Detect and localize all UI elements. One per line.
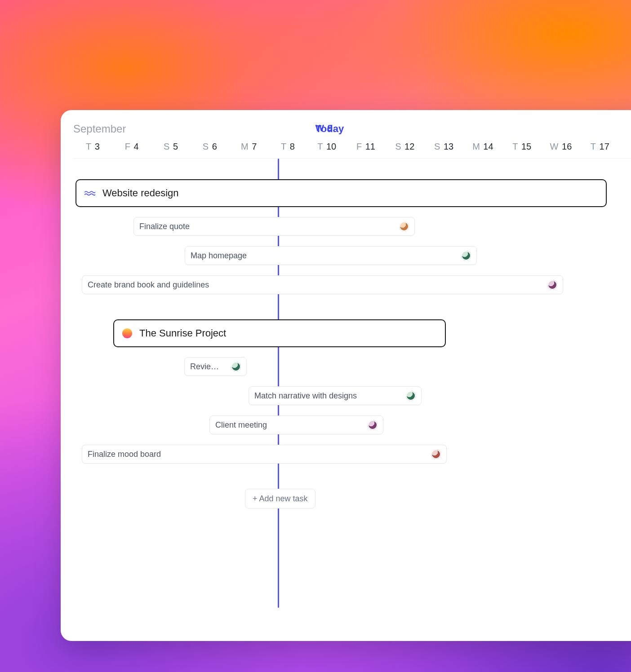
- day-letter: T: [281, 141, 286, 151]
- day-column[interactable]: F 11: [347, 141, 386, 152]
- day-column[interactable]: T 10: [307, 141, 347, 152]
- day-number: 3: [95, 141, 100, 151]
- sun-icon: [122, 328, 132, 338]
- day-letter: M: [472, 141, 480, 151]
- day-number: 7: [252, 141, 257, 151]
- day-letter: S: [434, 141, 440, 151]
- day-letter: W: [550, 141, 559, 151]
- day-column[interactable]: M 7: [229, 141, 268, 152]
- day-letter: S: [203, 141, 209, 151]
- day-column[interactable]: W 16: [542, 141, 581, 152]
- task-label: Create brand book and guidelines: [88, 280, 544, 290]
- day-column[interactable]: S 5: [151, 141, 191, 152]
- day-letter: T: [591, 141, 596, 151]
- day-number: 10: [326, 141, 336, 151]
- day-column[interactable]: S 13: [424, 141, 463, 152]
- task-label: Revie…: [190, 362, 227, 371]
- month-label: September: [73, 123, 631, 135]
- day-number: 16: [562, 141, 572, 151]
- task-label: Map homepage: [191, 251, 458, 261]
- task-label: Finalize quote: [139, 222, 395, 231]
- day-column[interactable]: S 6: [190, 141, 229, 152]
- timeline-header: September Today T 3F 4S 5S 6M 7T 8W 9T 1…: [61, 110, 631, 159]
- add-task-button[interactable]: + Add new task: [245, 489, 316, 508]
- day-number: 11: [365, 141, 375, 151]
- day-number: 13: [444, 141, 453, 151]
- wave-icon: [84, 190, 95, 196]
- task-label: Match narrative with designs: [254, 391, 402, 401]
- day-column[interactable]: T 15: [502, 141, 542, 152]
- day-number: 8: [290, 141, 295, 151]
- task-finalize-mood-board[interactable]: Finalize mood board: [82, 445, 447, 464]
- day-letter: T: [86, 141, 91, 151]
- day-number: 12: [404, 141, 414, 151]
- day-letter: T: [512, 141, 518, 151]
- day-number: 9: [327, 123, 332, 133]
- day-column[interactable]: T 3: [73, 141, 112, 152]
- day-number: 4: [134, 141, 139, 151]
- day-column[interactable]: T 17: [580, 141, 619, 152]
- day-letter: F: [356, 141, 362, 151]
- avatar: [431, 449, 441, 459]
- day-number: 17: [600, 141, 609, 151]
- task-label: Finalize mood board: [88, 450, 427, 459]
- task-finalize-quote[interactable]: Finalize quote: [133, 217, 415, 236]
- group-website-redesign[interactable]: Website redesign: [76, 179, 607, 207]
- task-label: Client meeting: [215, 420, 364, 430]
- avatar: [406, 391, 416, 401]
- avatar: [547, 280, 557, 290]
- timeline-window: September Today T 3F 4S 5S 6M 7T 8W 9T 1…: [61, 110, 631, 641]
- day-column[interactable]: S 12: [385, 141, 424, 152]
- day-letter: T: [317, 141, 323, 151]
- day-column[interactable]: M 14: [463, 141, 502, 152]
- day-column[interactable]: W 9: [316, 123, 333, 133]
- add-task-label: + Add new task: [253, 494, 308, 504]
- day-scale: T 3F 4S 5S 6M 7T 8W 9T 10F 11S 12S 13M 1…: [73, 141, 631, 159]
- avatar: [399, 221, 409, 231]
- day-number: 15: [521, 141, 531, 151]
- day-number: 6: [212, 141, 217, 151]
- task-map-homepage[interactable]: Map homepage: [185, 246, 477, 265]
- day-letter: F: [125, 141, 130, 151]
- day-column[interactable]: T 8: [268, 141, 307, 152]
- avatar: [461, 251, 471, 261]
- day-column[interactable]: F 4: [112, 141, 151, 152]
- task-match-narrative[interactable]: Match narrative with designs: [249, 386, 422, 405]
- group-title: The Sunrise Project: [139, 327, 226, 339]
- group-title: Website redesign: [102, 187, 179, 199]
- timeline-canvas[interactable]: Website redesign Finalize quote Map home…: [61, 159, 631, 608]
- day-letter: S: [395, 141, 401, 151]
- avatar: [231, 362, 241, 371]
- day-letter: M: [241, 141, 249, 151]
- task-brand-book[interactable]: Create brand book and guidelines: [82, 275, 563, 294]
- day-letter: W: [316, 123, 324, 133]
- task-review[interactable]: Revie…: [184, 357, 247, 376]
- task-client-meeting[interactable]: Client meeting: [209, 416, 383, 434]
- avatar: [368, 420, 378, 430]
- day-letter: S: [164, 141, 169, 151]
- group-sunrise-project[interactable]: The Sunrise Project: [113, 319, 446, 347]
- day-number: 5: [173, 141, 178, 151]
- day-number: 14: [483, 141, 493, 151]
